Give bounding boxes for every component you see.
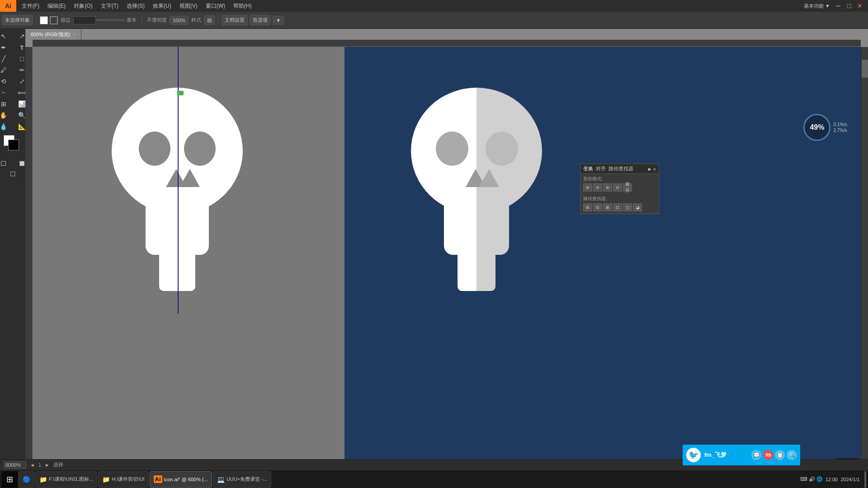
panel-tab-pathfinder[interactable]: 路径查找器 [609, 165, 633, 172]
doc-settings-button[interactable]: 文档设置 [222, 15, 248, 25]
tool-pen[interactable]: ✒ [0, 42, 13, 53]
tool-row-select: ↖ ↗ [0, 31, 31, 42]
workspace-label[interactable]: 基本功能 ▼ [804, 3, 830, 9]
vertical-scrollbar[interactable] [861, 47, 868, 470]
ruler-vertical [25, 47, 33, 470]
toolbar-separator-2 [142, 15, 142, 25]
show-desktop-button[interactable] [864, 471, 866, 488]
ai-logo: Ai [0, 0, 16, 12]
speed-val1: 0.1%/s [833, 122, 847, 127]
intersect-button[interactable]: ⊗ [603, 183, 612, 192]
panel-header: 变换 对齐 路径查找器 ► × [580, 164, 659, 174]
opacity-group: 不透明度 100% 样式 ▤ [145, 15, 215, 25]
pathfinder-section: 路径查找器: ⊞ ⊟ ⊠ ⊡ ◫ ◪ [580, 194, 659, 214]
svg-point-5 [184, 131, 216, 166]
tool-hand[interactable]: ✋ [0, 110, 13, 121]
taskbar-browser-icon: 💻 [217, 476, 225, 483]
shape-mode-section: 形状模式: ⊕ ⊖ ⊗ ⊘ 展开 [580, 174, 659, 194]
speed-values: 0.1%/s 2.7%/s [833, 122, 847, 133]
start-button[interactable]: ⊞ [2, 471, 18, 488]
taskbar-item-browser[interactable]: 💻 UUU+免费课堂 -... [213, 471, 271, 488]
taskbar-item-folder1[interactable]: 📁 F:\课程\UI\01.图标... [35, 471, 97, 488]
shape-mode-buttons: ⊕ ⊖ ⊗ ⊘ 展开 [583, 183, 656, 192]
menu-effect[interactable]: 效果(U) [149, 1, 175, 11]
tool-rotate[interactable]: ⟲ [0, 76, 13, 87]
taskbar-browser-label: UUU+免费课堂 -... [226, 476, 267, 483]
more-options-button[interactable]: ▼ [273, 16, 284, 25]
shape-mode-label: 形状模式: [583, 176, 656, 182]
style-label: 基本 [125, 17, 138, 23]
taskbar-folder2-icon: 📁 [102, 476, 110, 483]
trim-button[interactable]: ⊟ [593, 203, 602, 211]
menu-window[interactable]: 窗口(W) [202, 1, 229, 11]
tool-build[interactable]: ⊞ [0, 99, 13, 109]
taskbar-ai-label: icon.ai* @ 600% (... [164, 477, 208, 482]
tool-color-mode[interactable]: ◻ [0, 157, 13, 168]
menu-help[interactable]: 帮助(H) [230, 1, 255, 11]
exclude-button[interactable]: ⊘ [613, 183, 622, 192]
guideline-handle[interactable] [177, 91, 184, 95]
minus-button[interactable]: ⊖ [593, 183, 602, 192]
menu-view[interactable]: 视图(V) [176, 1, 201, 11]
background-color[interactable] [8, 140, 19, 150]
minimize-button[interactable]: ─ [834, 1, 843, 10]
tab-close-button[interactable]: × [73, 32, 75, 37]
tool-line[interactable]: ╱ [0, 53, 13, 64]
opacity-label: 不透明度 [145, 17, 169, 23]
menu-file[interactable]: 文件(F) [18, 1, 43, 11]
pathfinder-panel: 变换 对齐 路径查找器 ► × 形状模式: ⊕ ⊖ ⊗ ⊘ 展开 路径查找器: … [580, 164, 659, 214]
menu-object[interactable]: 对象(O) [70, 1, 96, 11]
notification-files-button[interactable]: 📋 [775, 450, 785, 460]
tool-row-screen: ☐ [4, 169, 22, 179]
taskbar-folder2-label: H:\课件剪切\UI [112, 476, 144, 483]
notification-username: fm_飞梦 [704, 451, 726, 459]
tool-screen-mode[interactable]: ☐ [4, 169, 22, 179]
expand-button[interactable]: 展开 [623, 183, 632, 192]
taskbar: ⊞ 🔵 📁 F:\课程\UI\01.图标... 📁 H:\课件剪切\UI Ai … [0, 470, 868, 488]
tool-eyedropper[interactable]: 💧 [0, 121, 13, 132]
preferences-button[interactable]: 首选项 [250, 15, 271, 25]
close-button[interactable]: ✕ [855, 1, 864, 10]
svg-point-17 [436, 131, 468, 166]
notification-search-button[interactable]: 🔍 [787, 450, 797, 460]
tool-select[interactable]: ↖ [0, 31, 13, 42]
panel-tab-align[interactable]: 对齐 [596, 165, 606, 172]
merge-button[interactable]: ⊠ [603, 203, 612, 211]
document-tab[interactable]: 600% (RGB/预览) × [25, 29, 81, 40]
systray-time: 12:00 [826, 477, 838, 482]
menu-select[interactable]: 选择(S) [123, 1, 148, 11]
panel-tab-transform[interactable]: 变换 [583, 165, 593, 172]
crop-button[interactable]: ⊡ [613, 203, 622, 211]
menu-text[interactable]: 文字(T) [97, 1, 122, 11]
speed-circle: 49% [803, 114, 830, 141]
notification-chat-button[interactable]: 💬 [751, 450, 761, 460]
tool-brush[interactable]: 🖊 [0, 65, 13, 75]
maximize-button[interactable]: □ [844, 1, 854, 10]
panel-close-button[interactable]: × [653, 166, 656, 172]
svg-rect-3 [159, 246, 195, 291]
divide-button[interactable]: ⊞ [583, 203, 592, 211]
taskbar-item-files[interactable]: 🔵 [19, 471, 34, 488]
outline-button[interactable]: ◫ [623, 203, 632, 211]
unite-button[interactable]: ⊕ [583, 183, 592, 192]
zoom-input[interactable] [4, 461, 26, 469]
speed-value: 49% [810, 123, 824, 131]
pathfinder-buttons: ⊞ ⊟ ⊠ ⊡ ◫ ◪ [583, 203, 656, 211]
speed-indicator: 49% 0.1%/s 2.7%/s [803, 114, 847, 141]
panel-expand-button[interactable]: ► [647, 166, 652, 172]
stroke-line-preview [97, 19, 124, 21]
tool-direct-select[interactable]: ↗ [13, 31, 31, 42]
stroke-color-swatch[interactable] [50, 16, 58, 24]
notification-badge[interactable]: 99 [763, 450, 773, 460]
fill-color-swatch[interactable] [40, 16, 48, 24]
style-selector[interactable]: ▤ [204, 15, 215, 25]
tool-warp[interactable]: ~ [0, 87, 13, 98]
taskbar-item-illustrator[interactable]: Ai icon.ai* @ 600% (... [150, 471, 212, 488]
stroke-input[interactable] [73, 16, 96, 24]
menu-edit[interactable]: 编辑(E) [44, 1, 69, 11]
vertical-scrollbar-thumb[interactable] [862, 60, 868, 78]
opacity-value[interactable]: 100% [170, 16, 189, 25]
minus-back-button[interactable]: ◪ [633, 203, 642, 211]
left-canvas [33, 47, 344, 470]
taskbar-item-folder2[interactable]: 📁 H:\课件剪切\UI [98, 471, 148, 488]
